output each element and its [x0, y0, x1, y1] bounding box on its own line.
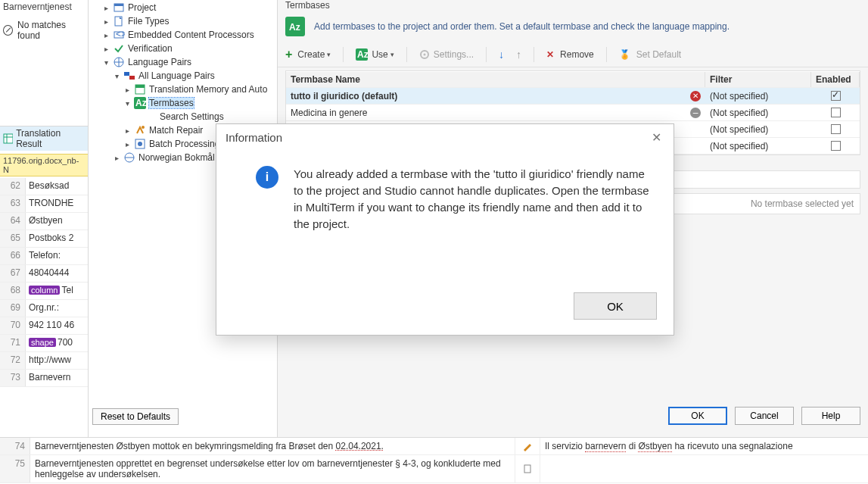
- termbase-row[interactable]: tutto il giuridico (default)✕(Not specif…: [286, 88, 860, 105]
- segment-row[interactable]: 64Østbyen: [0, 213, 88, 230]
- tree-item-all-language-pairs[interactable]: ▾All Language Pairs: [89, 69, 277, 83]
- filter-cell[interactable]: (Not specified): [705, 123, 811, 136]
- segment-row[interactable]: 68columnTel: [0, 283, 88, 300]
- verify-icon: [113, 42, 125, 55]
- cancel-button[interactable]: Cancel: [735, 407, 794, 425]
- tree-item-translation-memory-and-auto[interactable]: ▸Translation Memory and Auto: [89, 83, 277, 96]
- source-cell[interactable]: Barneverntjenesten opprettet en begrense…: [30, 455, 515, 482]
- move-up-button[interactable]: ↑: [516, 48, 521, 61]
- tree-label: Project: [128, 2, 156, 13]
- col-filter[interactable]: Filter: [705, 72, 811, 87]
- set-default-button[interactable]: 🏅Set Default: [619, 49, 681, 60]
- arrow-down-icon: ↓: [499, 48, 504, 61]
- segment-row[interactable]: 66Telefon:: [0, 248, 88, 265]
- termbases-toolbar: +Create▾ Az Use▾ Settings... ↓ ↑ ✕Remove…: [278, 44, 868, 67]
- expand-icon[interactable]: ▸: [113, 154, 121, 162]
- expand-icon[interactable]: ▸: [123, 86, 132, 94]
- tree-item-termbases[interactable]: ▾AzTermbases: [89, 96, 277, 110]
- tree-item-search-settings[interactable]: Search Settings: [89, 110, 277, 123]
- medal-icon: 🏅: [619, 49, 630, 60]
- segment-row[interactable]: 63TRONDHE: [0, 195, 88, 213]
- remove-button[interactable]: ✕Remove: [546, 49, 594, 60]
- termbase-row[interactable]: Medicina in genere–(Not specified): [286, 105, 860, 121]
- segment-number: 65: [0, 230, 26, 247]
- filter-cell[interactable]: (Not specified): [705, 89, 811, 103]
- tree-label: Language Pairs: [128, 57, 191, 67]
- enabled-checkbox[interactable]: [831, 108, 841, 117]
- enabled-cell[interactable]: [811, 139, 860, 152]
- editor-rows: 74Barneverntjenesten Østbyen mottok en b…: [0, 437, 868, 484]
- tree-label: Embedded Content Processors: [128, 30, 254, 40]
- az-icon: Az: [134, 97, 146, 109]
- alllang-icon: [123, 70, 135, 82]
- enabled-checkbox[interactable]: [831, 124, 841, 134]
- svg-text:Az: Az: [135, 98, 146, 108]
- expand-icon[interactable]: ▾: [102, 58, 110, 67]
- svg-text:Az: Az: [357, 49, 368, 60]
- ok-button[interactable]: OK: [668, 407, 727, 425]
- segment-row[interactable]: 6748040444: [0, 265, 88, 283]
- expand-icon[interactable]: ▸: [123, 140, 132, 148]
- expand-icon[interactable]: ▾: [123, 99, 132, 108]
- termbases-header: Termbases: [278, 0, 868, 14]
- left-panel: Barneverntjenest No matches found Transl…: [0, 0, 89, 484]
- enabled-checkbox[interactable]: [831, 91, 841, 101]
- segment-row[interactable]: 72http://www: [0, 352, 88, 370]
- tree-item-file-types[interactable]: ▸File Types: [89, 14, 277, 28]
- expand-icon[interactable]: ▸: [102, 4, 110, 12]
- tree-item-language-pairs[interactable]: ▾Language Pairs: [89, 55, 277, 69]
- segment-text: 942 110 46: [26, 317, 88, 334]
- status-cell: [515, 438, 540, 454]
- enabled-cell[interactable]: [811, 106, 860, 119]
- translation-results-tab[interactable]: Translation Result: [0, 126, 88, 151]
- segment-row[interactable]: 71shape700: [0, 335, 88, 352]
- expand-icon[interactable]: ▸: [102, 31, 110, 39]
- dialog-title: Information: [226, 131, 282, 144]
- source-cell[interactable]: Barneverntjenesten Østbyen mottok en bek…: [30, 438, 515, 454]
- filter-cell[interactable]: (Not specified): [705, 139, 811, 153]
- termbase-name-cell: Medicina in genere–: [286, 106, 705, 120]
- col-enabled[interactable]: Enabled: [811, 72, 860, 87]
- segment-row[interactable]: 65Postboks 2: [0, 230, 88, 248]
- document-tab[interactable]: 11796.orig.docx_nb-N: [0, 154, 88, 176]
- no-match-icon: [3, 25, 13, 36]
- filetypes-icon: [113, 15, 125, 27]
- use-button[interactable]: Az Use▾: [356, 48, 394, 61]
- col-termbase-name[interactable]: Termbase Name: [286, 72, 705, 87]
- enabled-cell[interactable]: [811, 89, 860, 102]
- segment-number: 70: [0, 317, 26, 334]
- segment-row[interactable]: 70942 110 46: [0, 317, 88, 335]
- enabled-cell[interactable]: [811, 123, 860, 136]
- help-button[interactable]: Help: [801, 407, 860, 425]
- batch-icon: [134, 138, 146, 150]
- tree-label: All Language Pairs: [138, 70, 215, 81]
- create-button[interactable]: +Create▾: [285, 48, 331, 61]
- gear-icon: [419, 49, 430, 60]
- tree-item-verification[interactable]: ▸Verification: [89, 42, 277, 55]
- expand-icon[interactable]: ▾: [113, 72, 121, 80]
- tree-item-embedded-content-processors[interactable]: ▸<>Embedded Content Processors: [89, 28, 277, 42]
- settings-button[interactable]: Settings...: [419, 49, 474, 60]
- dialog-ok-button[interactable]: OK: [574, 292, 657, 320]
- segment-row[interactable]: 69Org.nr.:: [0, 300, 88, 317]
- expand-icon[interactable]: ▸: [102, 45, 110, 53]
- svg-point-24: [423, 54, 425, 56]
- dialog-close-icon[interactable]: ✕: [649, 130, 664, 145]
- tag-badge: column: [29, 286, 60, 295]
- segment-row[interactable]: 73Barnevern: [0, 370, 88, 387]
- filter-cell[interactable]: (Not specified): [705, 106, 811, 120]
- segment-row[interactable]: 62Besøksad: [0, 178, 88, 195]
- reset-defaults-button[interactable]: Reset to Defaults: [92, 408, 179, 425]
- target-cell[interactable]: [540, 455, 868, 482]
- expand-icon[interactable]: ▸: [102, 17, 110, 26]
- expand-icon[interactable]: ▸: [123, 126, 132, 135]
- tree-item-project[interactable]: ▸Project: [89, 1, 277, 14]
- enabled-checkbox[interactable]: [831, 141, 841, 151]
- editor-row[interactable]: 75Barneverntjenesten opprettet en begren…: [0, 455, 868, 483]
- project-icon: [113, 2, 125, 14]
- move-down-button[interactable]: ↓: [499, 48, 504, 61]
- segment-number: 72: [0, 352, 26, 369]
- target-cell[interactable]: Il servizio barnevern di Østbyen ha rice…: [540, 438, 868, 454]
- editor-row[interactable]: 74Barneverntjenesten Østbyen mottok en b…: [0, 438, 868, 455]
- expand-icon[interactable]: [134, 113, 142, 121]
